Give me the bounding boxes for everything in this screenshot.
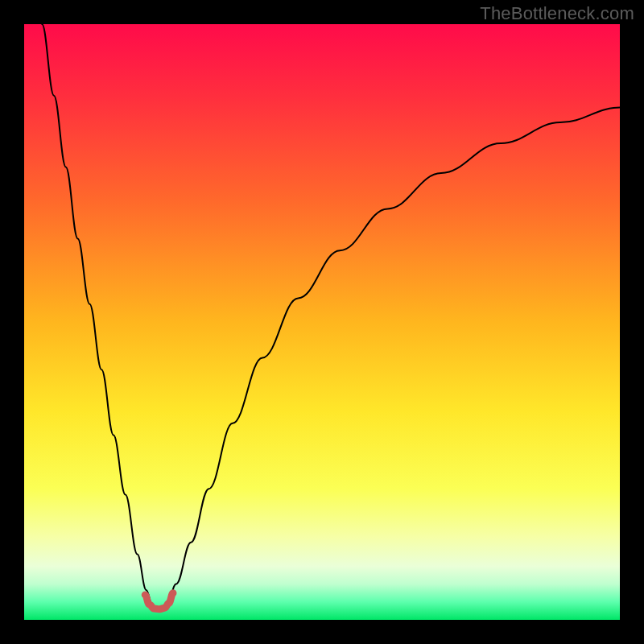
gradient-background (24, 24, 620, 620)
watermark-text: TheBottleneck.com (480, 3, 634, 24)
plot-area (24, 24, 620, 620)
outer-frame: TheBottleneck.com (0, 0, 644, 644)
chart-svg (24, 24, 620, 620)
